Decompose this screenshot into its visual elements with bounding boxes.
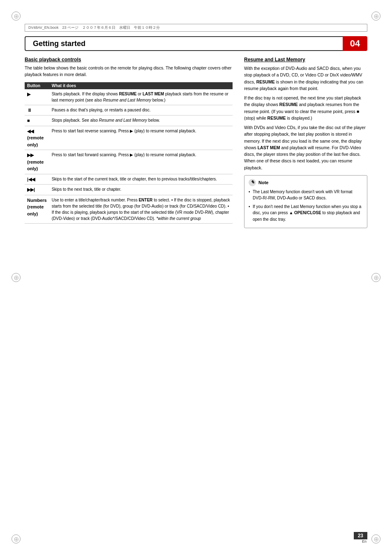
content-area: Basic playback controls The table below … (25, 57, 367, 522)
col-button: Button (25, 82, 49, 89)
col-what: What it does (49, 82, 233, 89)
table-cell-desc: Stops playback. See also Resume and Last… (49, 116, 233, 126)
table-cell-desc: Press to start fast forward scanning. Pr… (49, 150, 233, 174)
note-item: The Last Memory function doesn't work wi… (249, 189, 363, 201)
table-cell-button: ▶▶| (25, 185, 49, 195)
page-number: 23 (358, 533, 363, 539)
table-row: ⏸Pauses a disc that's playing, or restar… (25, 105, 233, 116)
resume-paragraphs: With the exception of DVD-Audio and SACD… (244, 65, 367, 171)
chapter-header: Getting started 04 (25, 36, 367, 51)
table-row: |◀◀Skips to the start of the current tra… (25, 174, 233, 185)
reg-mark-mr (371, 273, 380, 282)
note-items: The Last Memory function doesn't work wi… (249, 189, 363, 223)
table-cell-desc: Starts playback. If the display shows RE… (49, 89, 233, 105)
resume-paragraph: With DVDs and Video CDs, if you take the… (244, 124, 367, 171)
controls-table: Button What it does ▶Starts playback. If… (25, 82, 233, 224)
table-row: ◀◀ (remote only)Press to start fast reve… (25, 126, 233, 150)
resume-paragraph: If the disc tray is not opened, the next… (244, 95, 367, 121)
table-cell-desc: Use to enter a title/chapter/track numbe… (49, 195, 233, 223)
chapter-title-text: Getting started (33, 39, 85, 48)
file-info-bar: DV48AV_EN.book 23 ページ ２００７年６月６日 水曜日 午前１０… (25, 24, 367, 32)
reg-mark-bl (12, 534, 21, 543)
table-cell-desc: Skips to the start of the current track,… (49, 174, 233, 185)
reg-mark-br (371, 534, 380, 543)
table-row: Numbers (remote only)Use to enter a titl… (25, 195, 233, 223)
note-title: Note (258, 180, 268, 185)
table-cell-button: |◀◀ (25, 174, 49, 185)
basic-controls-title: Basic playback controls (25, 57, 233, 62)
table-cell-button: ◀◀ (remote only) (25, 126, 49, 150)
page-number-box: 23 (354, 532, 367, 539)
chapter-number: 04 (343, 36, 367, 51)
basic-controls-intro: The table below shows the basic controls… (25, 65, 233, 78)
reg-mark-tr (371, 12, 380, 21)
note-header: ✎ Note (249, 179, 363, 186)
chapter-number-text: 04 (350, 38, 360, 49)
resume-title: Resume and Last Memory (244, 57, 367, 62)
table-cell-button: ⏸ (25, 105, 49, 116)
reg-mark-tl (12, 12, 21, 21)
table-cell-desc: Pauses a disc that's playing, or restart… (49, 105, 233, 116)
note-icon: ✎ (249, 179, 256, 186)
page: DV48AV_EN.book 23 ページ ２００７年６月６日 水曜日 午前１０… (0, 0, 392, 555)
page-number-en: En (362, 539, 367, 543)
table-row: ■Stops playback. See also Resume and Las… (25, 116, 233, 126)
table-cell-desc: Skips to the next track, title or chapte… (49, 185, 233, 195)
table-cell-button: ▶ (25, 89, 49, 105)
note-item: If you don't need the Last Memory functi… (249, 204, 363, 223)
table-row: ▶Starts playback. If the display shows R… (25, 89, 233, 105)
table-row: ▶▶|Skips to the next track, title or cha… (25, 185, 233, 195)
table-cell-button: ■ (25, 116, 49, 126)
right-column: Resume and Last Memory With the exceptio… (244, 57, 367, 522)
reg-mark-ml (12, 273, 21, 282)
table-cell-button: ▶▶ (remote only) (25, 150, 49, 174)
left-column: Basic playback controls The table below … (25, 57, 233, 522)
chapter-title: Getting started (25, 36, 343, 51)
table-cell-button: Numbers (remote only) (25, 195, 49, 223)
file-info-text: DV48AV_EN.book 23 ページ ２００７年６月６日 水曜日 午前１０… (28, 25, 160, 30)
resume-paragraph: With the exception of DVD-Audio and SACD… (244, 65, 367, 92)
note-box: ✎ Note The Last Memory function doesn't … (244, 175, 367, 229)
table-cell-desc: Press to start fast reverse scanning. Pr… (49, 126, 233, 150)
table-row: ▶▶ (remote only)Press to start fast forw… (25, 150, 233, 174)
